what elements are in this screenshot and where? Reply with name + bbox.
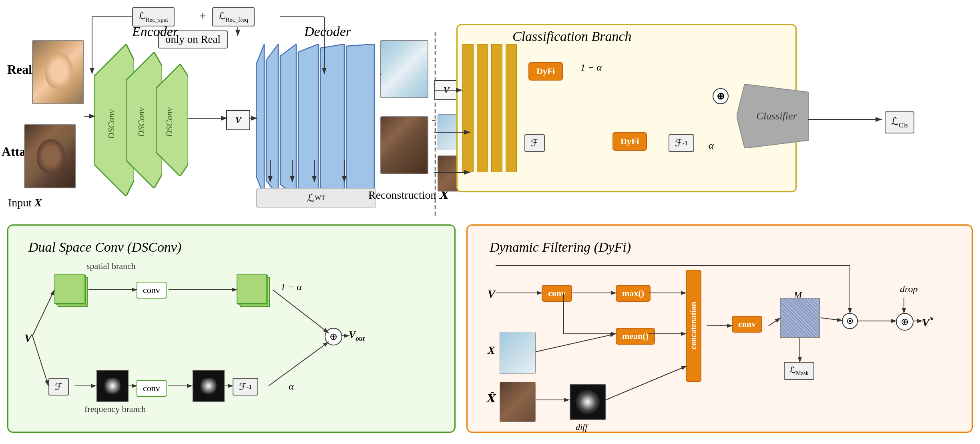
v-box-encoder: V (226, 110, 250, 130)
input-x-label: Input X (8, 196, 42, 209)
svg-line-37 (32, 290, 54, 336)
dyfi-arrows (468, 226, 974, 434)
face-attack-image (24, 124, 76, 188)
dyfi-top-box: DyFi (528, 62, 563, 81)
dyfi-bottom-box: DyFi (612, 132, 647, 151)
alpha-bot-cls: α (709, 140, 714, 151)
plus-sign: + (199, 9, 206, 22)
bottom-section: Dual Space Conv (DSConv) spatial branch … (0, 218, 980, 443)
svg-line-55 (536, 334, 616, 352)
yellow-bar-1 (462, 44, 474, 172)
encoder-label: Encoder (132, 24, 178, 39)
classifier-shape: Classifier (737, 84, 809, 148)
recon-attack-image (380, 116, 428, 174)
cls-arrow (808, 111, 888, 127)
loss-rec-spat-box: ℒRec_spat (132, 7, 175, 26)
loss-rec-freq-box: ℒRec_freq (212, 7, 255, 26)
face-real-image (32, 40, 84, 104)
dsconv-detail-box: Dual Space Conv (DSConv) spatial branch … (7, 224, 456, 433)
real-label: Real (7, 62, 32, 77)
dashed-separator (434, 32, 436, 216)
svg-line-46 (269, 342, 329, 386)
circle-plus-cls: ⊕ (713, 88, 729, 104)
svg-text:DSConv: DSConv (164, 107, 174, 137)
dsconv-arrows (8, 226, 457, 434)
yellow-bar-4 (506, 44, 517, 172)
svg-text:DSConv: DSConv (136, 107, 146, 137)
f-box-cls: ℱ (524, 134, 545, 152)
svg-text:DSConv: DSConv (106, 109, 116, 139)
svg-line-59 (769, 318, 781, 326)
alpha-top-cls: 1 − α (580, 62, 602, 73)
classification-branch-label: Classification Branch (512, 29, 632, 44)
finv-box-cls: ℱ-1 (669, 134, 694, 152)
decoder-arrows (256, 160, 380, 196)
yellow-bars (462, 44, 517, 172)
svg-line-57 (606, 366, 687, 400)
svg-line-38 (32, 336, 48, 386)
svg-line-61 (821, 318, 843, 321)
svg-text:Classifier: Classifier (756, 110, 797, 122)
encoder-layer-3: DSConv (156, 64, 188, 176)
yellow-bar-2 (477, 44, 488, 172)
svg-line-41 (273, 290, 329, 333)
recon-real-image (380, 40, 428, 98)
decoder-label: Decoder (304, 24, 351, 39)
dyfi-detail-box: Dynamic Filtering (DyFi) V X X̂ diff con… (466, 224, 973, 433)
v-box-classification: V (434, 80, 458, 100)
yellow-bar-3 (491, 44, 502, 172)
top-section: Real Attack Input X ℒRec_spat + ℒRec_fre… (0, 0, 980, 212)
l-cls-box: ℒCls (885, 111, 914, 133)
